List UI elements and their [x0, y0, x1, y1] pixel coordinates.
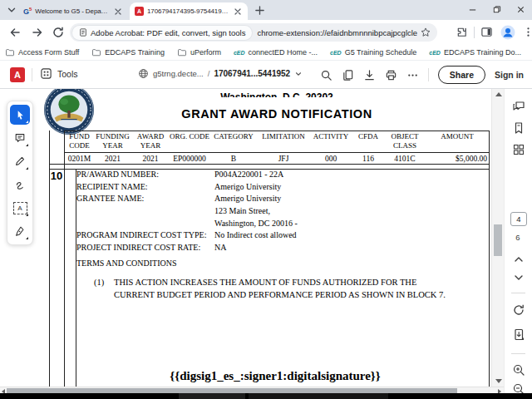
- comment-tool-button[interactable]: [10, 128, 30, 148]
- restore-icon[interactable]: [491, 4, 501, 14]
- table-top-rule: [64, 131, 489, 131]
- fill-sign-tool-button[interactable]: [10, 221, 30, 241]
- tab-pdf-active[interactable]: A 1706794174395-975441952.pdf: [130, 2, 248, 20]
- pdf-viewer: Washington, D.C. 20202 GRANT AWARD NOTIF…: [0, 89, 532, 399]
- extension-chip[interactable]: Adobe Acrobat: PDF edit, convert, sign t…: [72, 26, 252, 40]
- pencil-icon: [14, 155, 26, 167]
- toolbar-separator: [32, 68, 32, 81]
- tab-close-icon[interactable]: [113, 7, 123, 17]
- field-label: PR/AWARD NUMBER:: [76, 170, 214, 179]
- browser-menu-icon[interactable]: [522, 26, 532, 39]
- connected-favicon: cED: [234, 50, 245, 56]
- field-label: PROGRAM INDIRECT COST TYPE:: [76, 230, 214, 239]
- zoom-in-icon[interactable]: [512, 363, 525, 377]
- back-icon[interactable]: [8, 26, 22, 39]
- pdf-favicon: A: [135, 7, 144, 16]
- bookmark-folder-access-form-stuff[interactable]: Access Form Stuff: [5, 47, 79, 57]
- acrobat-doc-icon: [79, 28, 87, 37]
- bookmark-folder-uperform[interactable]: uPerform: [177, 47, 221, 57]
- side-panel-icon[interactable]: [480, 26, 494, 39]
- sign-in-button[interactable]: Sign in: [495, 70, 524, 80]
- toolbar-separator: [474, 27, 475, 38]
- doc-address-line-clipped: Washington, D.C. 20202: [65, 89, 489, 97]
- col-header: FUND CODE: [65, 132, 94, 150]
- window-controls: [467, 1, 525, 17]
- bookmark-connected-home[interactable]: cED connectED Home -...: [234, 48, 318, 57]
- bookmark-label: connectED Home -...: [249, 48, 318, 57]
- table-bottom-rule: [49, 164, 489, 165]
- cell-fund-code: 0201M: [65, 155, 94, 163]
- bookmark-star-icon[interactable]: [420, 27, 431, 38]
- minimize-icon[interactable]: [467, 4, 477, 14]
- col-header: FUNDING YEAR: [94, 132, 131, 150]
- breadcrumb[interactable]: g5trng.decte... / 17067941...5441952: [138, 68, 303, 79]
- tab-search-icon[interactable]: [6, 4, 17, 16]
- folder-icon: [91, 47, 101, 57]
- acrobat-logo: A: [10, 67, 25, 82]
- col-header: OBJECT CLASS: [384, 132, 426, 150]
- close-window-icon[interactable]: [515, 4, 525, 14]
- bookmark-label: EDCAPS Training Do...: [444, 48, 521, 57]
- select-tool-button[interactable]: [10, 105, 30, 125]
- vertical-scroll-thumb[interactable]: [494, 224, 502, 256]
- add-text-tool-button[interactable]: A: [10, 198, 30, 218]
- download-icon[interactable]: [363, 69, 376, 81]
- search-icon[interactable]: [320, 69, 332, 81]
- draw-tool-button[interactable]: [10, 151, 30, 171]
- bottom-bar: [0, 393, 532, 399]
- annotation-tool-rail: A: [7, 101, 33, 245]
- print-icon[interactable]: [385, 69, 397, 81]
- forward-icon[interactable]: [31, 26, 44, 39]
- cell-award-year: 2021: [131, 155, 170, 163]
- tab-title: Welcome to G5 - Department o: [35, 7, 110, 15]
- current-page-input[interactable]: 4: [510, 212, 527, 226]
- connected-favicon: cED: [429, 50, 441, 56]
- freeform-highlight-tool-button[interactable]: [10, 175, 30, 195]
- field-label: PROJECT INDIRECT COST RATE:: [76, 243, 214, 252]
- reload-icon[interactable]: [52, 26, 65, 39]
- tab-close-icon[interactable]: [233, 7, 243, 17]
- cell-cfda: 116: [352, 155, 384, 163]
- block-number: 10: [49, 170, 64, 182]
- address-bar[interactable]: Adobe Acrobat: PDF edit, convert, sign t…: [70, 23, 437, 42]
- field-value: Amerigo University: [214, 182, 281, 191]
- share-label: Share: [450, 70, 474, 80]
- more-options-icon[interactable]: [406, 69, 419, 81]
- new-tab-button[interactable]: [254, 5, 265, 16]
- bookmark-edcaps-training-do[interactable]: cED EDCAPS Training Do...: [429, 48, 521, 57]
- page-thumbnails-icon[interactable]: [512, 143, 525, 156]
- organize-pages-icon[interactable]: [342, 69, 354, 81]
- bookmarks-panel-icon[interactable]: [512, 121, 525, 135]
- rotate-page-icon[interactable]: [512, 303, 525, 317]
- vertical-scrollbar[interactable]: [491, 89, 504, 387]
- terms-heading: TERMS AND CONDITIONS: [76, 259, 177, 268]
- path-separator: /: [208, 69, 210, 78]
- col-header: CATEGORY: [209, 132, 258, 150]
- g5-favicon: G5: [23, 7, 32, 16]
- tools-label: Tools: [57, 69, 78, 79]
- scroll-up-arrow[interactable]: [495, 92, 502, 96]
- next-page-icon[interactable]: [512, 271, 525, 284]
- col-header: CFDA: [352, 132, 384, 150]
- col-header: LIMITATION: [258, 132, 309, 150]
- comments-panel-icon[interactable]: [512, 99, 525, 112]
- chevron-down-icon: [294, 70, 303, 78]
- extensions-icon[interactable]: [456, 26, 469, 39]
- col-header: ORG. CODE: [170, 132, 209, 150]
- profile-avatar[interactable]: [500, 25, 514, 38]
- previous-page-icon[interactable]: [512, 253, 525, 266]
- field-value: Amerigo University: [214, 194, 281, 203]
- field-label: GRANTEE NAME:: [76, 194, 214, 203]
- form-inner-border: [64, 131, 65, 387]
- scroll-down-arrow[interactable]: [495, 379, 502, 383]
- bookmark-folder-edcaps-training[interactable]: EDCAPS Training: [91, 47, 165, 57]
- tab-welcome-g5[interactable]: G5 Welcome to G5 - Department o: [18, 2, 128, 20]
- term-number: (1): [94, 277, 114, 301]
- connected-favicon: cED: [330, 50, 342, 56]
- share-button[interactable]: Share: [438, 66, 485, 84]
- page-view-icon[interactable]: [512, 328, 525, 342]
- bookmark-g5-training-schedule[interactable]: cED G5 Training Schedule: [330, 48, 416, 57]
- tools-button[interactable]: Tools: [40, 67, 78, 80]
- cell-object-class: 4101C: [384, 155, 426, 163]
- cell-activity: 000: [309, 155, 352, 163]
